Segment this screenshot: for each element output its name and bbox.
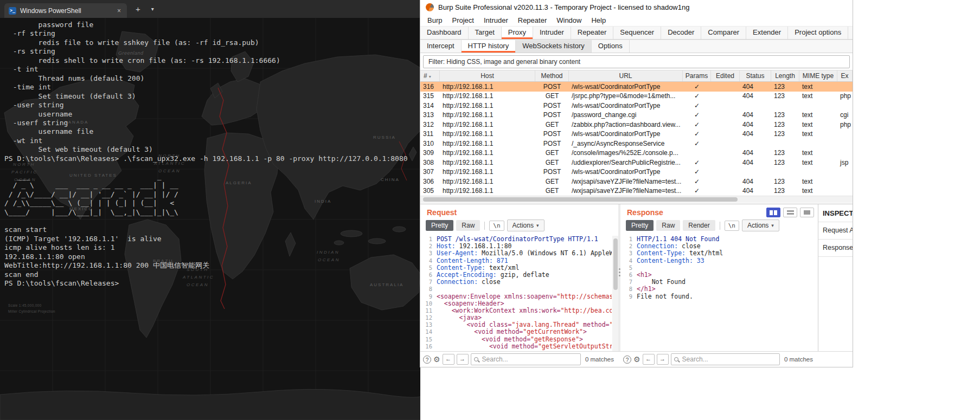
message-editor-area: Request PrettyRaw\nActions▾ 1POST /wls-w… (420, 204, 853, 352)
column-header-ex[interactable]: Ex (837, 70, 853, 81)
menu-burp[interactable]: Burp (422, 16, 447, 24)
column-header-params[interactable]: Params (683, 70, 711, 81)
request-search-input[interactable] (481, 355, 578, 364)
next-match-button[interactable]: → (457, 354, 469, 365)
request-actions-button[interactable]: Actions▾ (507, 219, 545, 231)
layout-columns-button[interactable] (766, 208, 780, 217)
request-tab-raw[interactable]: Raw (456, 220, 480, 231)
response-search-input[interactable] (681, 355, 777, 364)
tab-separator (484, 222, 485, 230)
help-icon[interactable]: ? (423, 356, 431, 364)
table-row[interactable]: 310http://192.168.1.1POST/_async/AsyncRe… (420, 139, 853, 148)
table-row[interactable]: 309http://192.168.1.1GET/console/images/… (420, 148, 853, 158)
subtab-websockets-history[interactable]: WebSockets history (516, 40, 592, 53)
line-number: 3 (420, 250, 437, 257)
scrollbar-thumb[interactable] (613, 238, 618, 290)
terminal-tab-powershell[interactable]: >_ Windows PowerShell × (4, 3, 127, 18)
column-header-status[interactable]: Status (740, 70, 771, 81)
previous-match-button[interactable]: ← (443, 354, 454, 365)
column-header-length[interactable]: Length (771, 70, 799, 81)
response-editor[interactable]: 1HTTP/1.1 404 Not Found2Connection: clos… (620, 236, 811, 352)
tab-dropdown-icon[interactable]: ▾ (148, 6, 157, 12)
cell-url: /console/images/%252E./console.p... (569, 149, 683, 157)
line-number: 13 (420, 321, 437, 328)
response-newline-toggle[interactable]: \n (725, 221, 739, 231)
tab-user-options[interactable]: User options (848, 27, 853, 39)
cell-status: 404 (740, 83, 771, 91)
gear-icon[interactable]: ⚙ (633, 355, 640, 364)
column-header-url[interactable]: URL (569, 70, 683, 81)
request-newline-toggle[interactable]: \n (489, 221, 504, 231)
tab-repeater[interactable]: Repeater (571, 27, 613, 39)
menu-help[interactable]: Help (586, 16, 611, 24)
menu-intruder[interactable]: Intruder (479, 16, 513, 24)
close-tab-icon[interactable]: × (116, 7, 123, 15)
cell-status: 404 (740, 187, 771, 195)
map-label: Miller Cylindrical Projection (8, 309, 55, 313)
next-match-button[interactable]: → (657, 354, 669, 365)
menu-repeater[interactable]: Repeater (513, 16, 552, 24)
column-header-method[interactable]: Method (535, 70, 569, 81)
code-text: Content-Length: 33 (637, 257, 704, 264)
tab-proxy[interactable]: Proxy (502, 27, 533, 39)
table-row[interactable]: 314http://192.168.1.1POST/wls-wsat/Coord… (420, 101, 853, 111)
filter-bar[interactable]: Filter: Hiding CSS, image and general bi… (423, 55, 850, 68)
line-number: 5 (620, 264, 637, 272)
column-header-edited[interactable]: Edited (711, 70, 740, 81)
subtab-intercept[interactable]: Intercept (420, 40, 462, 53)
table-row[interactable]: 315http://192.168.1.1GET/jsrpc.php?type=… (420, 92, 853, 101)
response-tab-pretty[interactable]: Pretty (626, 220, 654, 231)
burp-title-bar: Burp Suite Professional v2020.11.3 - Tem… (420, 0, 853, 15)
chevron-down-icon: ▾ (536, 223, 539, 228)
layout-rows-button[interactable] (783, 208, 797, 217)
table-row[interactable]: 311http://192.168.1.1POST/wls-wsat/Coord… (420, 130, 853, 139)
cell-host: http://192.168.1.1 (440, 102, 535, 109)
cell-num: 312 (420, 121, 440, 128)
gear-icon[interactable]: ⚙ (433, 355, 440, 364)
inspector-section-response-headers[interactable]: Response Headers (818, 240, 853, 257)
response-tab-raw[interactable]: Raw (656, 220, 680, 231)
table-row[interactable]: 306http://192.168.1.1GET/wxjsapi/saveYZJ… (420, 177, 853, 186)
tab-decoder[interactable]: Decoder (661, 27, 701, 39)
tab-extender[interactable]: Extender (746, 27, 788, 39)
table-row[interactable]: 312http://192.168.1.1GET/zabbix.php?acti… (420, 120, 853, 130)
cell-host: http://192.168.1.1 (440, 121, 535, 128)
table-row[interactable]: 307http://192.168.1.1POST/wls-wsat/Coord… (420, 167, 853, 177)
subtab-options[interactable]: Options (592, 40, 630, 53)
table-row[interactable]: 313http://192.168.1.1POST/password_chang… (420, 111, 853, 120)
table-row[interactable]: 308http://192.168.1.1GET/uddiexplorer/Se… (420, 158, 853, 167)
tab-comparer[interactable]: Comparer (701, 27, 746, 39)
cell-num: 308 (420, 159, 440, 166)
cell-method: GET (535, 178, 569, 185)
tab-sequencer[interactable]: Sequencer (613, 27, 661, 39)
request-editor[interactable]: 1POST /wls-wsat/CoordinatorPortType HTTP… (420, 236, 612, 352)
layout-single-button[interactable] (800, 208, 814, 217)
table-row[interactable]: 316http://192.168.1.1POST/wls-wsat/Coord… (420, 82, 853, 92)
column-header-item[interactable]: #▾ (420, 70, 440, 81)
tab-project-options[interactable]: Project options (788, 27, 848, 39)
previous-match-button[interactable]: ← (643, 354, 655, 365)
filter-text: Filter: Hiding CSS, image and general bi… (428, 58, 580, 66)
inspector-section-request-attributes[interactable]: Request Attributes (818, 222, 853, 240)
new-tab-button[interactable]: + (132, 4, 144, 14)
tab-intruder[interactable]: Intruder (533, 27, 571, 39)
column-header-host[interactable]: Host (440, 70, 535, 81)
menu-project[interactable]: Project (447, 16, 478, 24)
table-horizontal-scrollbar[interactable] (420, 196, 853, 203)
subtab-http-history[interactable]: HTTP history (462, 40, 516, 53)
column-header-mime-type[interactable]: MIME type (799, 70, 837, 81)
menu-window[interactable]: Window (552, 16, 586, 24)
cell-length: 123 (771, 130, 799, 138)
request-vertical-scrollbar[interactable] (612, 236, 618, 352)
terminal-body[interactable]: GreenlandCANADAUNITED STATESMEXICOBRAZIL… (0, 18, 420, 420)
request-tab-pretty[interactable]: Pretty (426, 220, 453, 231)
response-tab-render[interactable]: Render (683, 220, 715, 231)
response-actions-button[interactable]: Actions▾ (742, 219, 779, 231)
help-icon[interactable]: ? (623, 356, 631, 364)
table-row[interactable]: 305http://192.168.1.1GET/wxjsapi/saveYZJ… (420, 186, 853, 196)
tab-dashboard[interactable]: Dashboard (420, 27, 469, 39)
tab-target[interactable]: Target (469, 27, 502, 39)
response-match-count: 0 matches (784, 356, 813, 363)
window-title: Burp Suite Professional v2020.11.3 - Tem… (438, 3, 689, 11)
scrollbar-thumb[interactable] (423, 197, 738, 202)
